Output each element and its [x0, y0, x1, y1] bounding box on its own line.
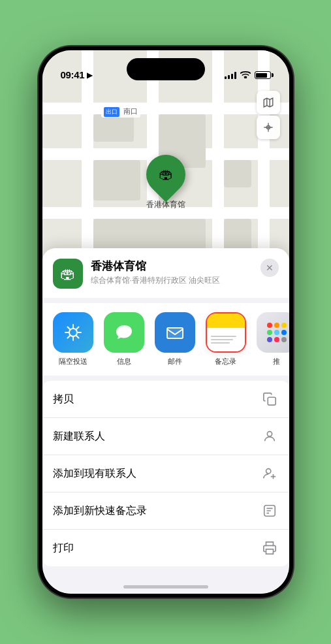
map-block-4	[224, 160, 251, 187]
close-icon: ✕	[266, 263, 274, 273]
action-copy-label: 拷贝	[53, 393, 74, 406]
action-quick-note-label: 添加到新快速备忘录	[53, 504, 147, 518]
venue-info: 香港体育馆 综合体育馆·香港特别行政区 油尖旺区	[91, 259, 253, 286]
share-item-mail[interactable]: 邮件	[155, 312, 195, 366]
mail-icon	[155, 312, 195, 353]
svg-rect-19	[266, 549, 273, 554]
map-block-1	[93, 114, 134, 142]
action-print-label: 打印	[53, 541, 74, 555]
notes-line-2	[211, 339, 234, 340]
action-quick-note[interactable]: 添加到新快速备忘录	[42, 492, 289, 530]
close-button[interactable]: ✕	[260, 259, 279, 277]
share-row: 隔空投送 信息	[42, 303, 289, 376]
map-block-3	[93, 160, 140, 201]
add-existing-icon	[260, 464, 279, 483]
dot	[267, 330, 272, 335]
action-print[interactable]: 打印	[42, 530, 289, 566]
notes-label: 备忘录	[215, 357, 236, 366]
dots-grid	[267, 323, 287, 342]
notes-line-3	[211, 342, 230, 344]
dot	[274, 323, 279, 328]
phone-screen: 09:41 ▶	[42, 50, 289, 594]
quick-note-icon	[260, 502, 279, 520]
svg-rect-10	[268, 397, 276, 405]
dot	[281, 323, 287, 328]
action-add-existing[interactable]: 添加到现有联系人	[42, 455, 289, 492]
svg-point-11	[267, 432, 272, 436]
dynamic-island	[127, 58, 205, 80]
pin-icon: 🏟	[159, 166, 173, 183]
dot	[267, 323, 272, 328]
location-button[interactable]	[257, 116, 280, 139]
map-buttons	[257, 91, 280, 139]
print-icon	[260, 539, 279, 557]
svg-point-0	[245, 77, 246, 78]
venue-subtitle: 综合体育馆·香港特别行政区 油尖旺区	[91, 275, 253, 286]
mail-label: 邮件	[168, 357, 182, 366]
action-copy[interactable]: 拷贝	[42, 381, 289, 418]
airdrop-label: 隔空投送	[59, 357, 87, 366]
dot	[281, 337, 287, 342]
action-new-contact-label: 新建联系人	[53, 430, 105, 443]
dot	[267, 337, 272, 342]
pin-circle: 🏟	[138, 147, 193, 202]
battery-icon	[255, 71, 271, 79]
action-rows: 拷贝 新建联系人	[42, 381, 289, 566]
notes-icon	[206, 312, 246, 353]
svg-rect-8	[167, 328, 183, 338]
wifi-icon	[240, 70, 251, 80]
share-item-more[interactable]: 推	[257, 312, 289, 366]
svg-marker-1	[264, 98, 273, 107]
venue-icon: 🏟	[53, 259, 83, 289]
location-pin: 🏟 香港体育馆	[146, 155, 185, 210]
phone-frame: 09:41 ▶	[39, 46, 293, 598]
copy-icon	[260, 390, 279, 408]
action-new-contact[interactable]: 新建联系人	[42, 418, 289, 455]
map-label-south-gate: 出口 南口	[101, 106, 140, 118]
venue-header: 🏟 香港体育馆 综合体育馆·香港特别行政区 油尖旺区 ✕	[42, 248, 289, 298]
share-item-airdrop[interactable]: 隔空投送	[53, 312, 93, 366]
share-item-notes[interactable]: 备忘录	[206, 312, 246, 366]
notes-lines	[207, 328, 245, 351]
action-add-existing-label: 添加到现有联系人	[53, 467, 136, 481]
road-h1	[42, 103, 289, 114]
message-label: 信息	[117, 357, 131, 366]
location-arrow-icon: ▶	[87, 71, 93, 80]
notes-icon-inner	[207, 314, 245, 351]
home-indicator	[123, 585, 208, 588]
notes-line-1	[211, 336, 236, 337]
venue-name: 香港体育馆	[91, 259, 253, 274]
airdrop-icon	[53, 312, 93, 353]
more-label: 推	[273, 357, 280, 366]
share-item-message[interactable]: 信息	[104, 312, 144, 366]
dot	[274, 337, 279, 342]
signal-bars-icon	[225, 71, 236, 79]
notes-header-yellow	[207, 314, 245, 328]
more-icon	[257, 312, 289, 353]
status-icons	[225, 70, 271, 80]
battery-fill	[256, 73, 267, 78]
map-label-text: 南口	[123, 107, 138, 115]
svg-point-12	[266, 469, 270, 474]
message-icon	[104, 312, 144, 353]
dot	[281, 330, 287, 335]
dot	[274, 330, 279, 335]
map-type-button[interactable]	[257, 91, 280, 114]
status-time: 09:41	[61, 69, 85, 80]
bottom-sheet: 🏟 香港体育馆 综合体育馆·香港特别行政区 油尖旺区 ✕	[42, 248, 289, 594]
map-label-badge: 出口	[104, 107, 119, 117]
new-contact-icon	[260, 427, 279, 445]
